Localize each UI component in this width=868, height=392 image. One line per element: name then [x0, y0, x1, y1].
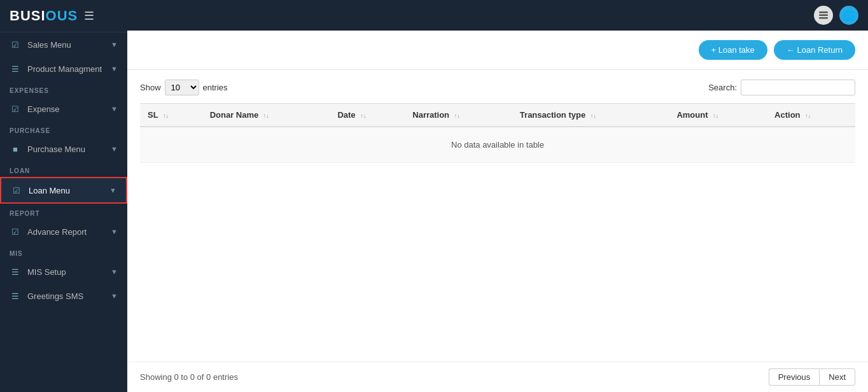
action-bar: + Loan take ← Loan Return: [127, 31, 868, 70]
pagination-info: Showing 0 to 0 of 0 entries: [140, 372, 238, 382]
sidebar-label-purchase-menu: Purchase Menu: [27, 144, 85, 154]
grid-icon: ■: [10, 143, 21, 155]
search-input[interactable]: [741, 80, 855, 95]
col-header-amount[interactable]: Amount ↑↓: [669, 104, 767, 127]
svg-rect-1: [819, 15, 828, 17]
chevron-down-icon: ▼: [111, 228, 118, 235]
col-label-transaction-type: Transaction type: [520, 110, 585, 120]
table-area: Show 10 25 50 100 entries Search: SL: [127, 70, 868, 361]
col-header-transaction-type[interactable]: Transaction type ↑↓: [512, 104, 669, 127]
chevron-down-icon: ▼: [111, 268, 118, 276]
sidebar-label-greetings-sms: Greetings SMS: [27, 291, 83, 301]
sidebar-label-loan-menu: Loan Menu: [29, 186, 70, 195]
col-header-donor-name[interactable]: Donar Name ↑↓: [202, 104, 330, 127]
sidebar-item-advance-report[interactable]: ☑ Advance Report ▼: [0, 220, 127, 244]
col-header-action[interactable]: Action ↑↓: [767, 104, 855, 127]
entries-select[interactable]: 10 25 50 100: [165, 80, 199, 95]
section-label-report: REPORT: [0, 204, 127, 220]
sidebar-item-product-management[interactable]: ☰ Product Managment ▼: [0, 57, 127, 81]
col-header-date[interactable]: Date ↑↓: [330, 104, 405, 127]
chevron-down-icon: ▼: [111, 292, 118, 300]
logo-ous: OUS: [46, 8, 78, 24]
section-label-expenses: EXPENSES: [0, 81, 127, 97]
col-label-sl: SL: [148, 110, 158, 120]
loan-return-button[interactable]: ← Loan Return: [774, 40, 855, 60]
sidebar-item-expense[interactable]: ☑ Expense ▼: [0, 97, 127, 121]
svg-rect-2: [819, 17, 828, 19]
chevron-down-icon: ▼: [111, 41, 118, 48]
pagination-buttons: Previous Next: [769, 368, 855, 386]
table-controls: Show 10 25 50 100 entries Search:: [140, 80, 855, 95]
col-label-amount: Amount: [676, 110, 708, 120]
main-content: 🌐 + Loan take ← Loan Return Show 10 25 5…: [127, 0, 868, 392]
no-data-row: No data available in table: [140, 127, 855, 163]
col-label-date: Date: [337, 110, 355, 120]
checkbox-icon: ☑: [11, 185, 22, 196]
section-label-loan: LOAN: [0, 161, 127, 177]
app-logo: BUSIOUS: [10, 8, 78, 24]
globe-header-icon[interactable]: 🌐: [839, 6, 858, 25]
section-label-mis: MIS: [0, 244, 127, 260]
col-label-narration: Narration: [412, 110, 449, 120]
sidebar-item-mis-setup[interactable]: ☰ MIS Setup ▼: [0, 260, 127, 284]
sidebar-label-advance-report: Advance Report: [27, 227, 87, 237]
checkbox-icon: ☑: [10, 103, 21, 115]
sidebar-label-sales-menu: Sales Menu: [27, 40, 71, 50]
search-label: Search:: [708, 83, 737, 92]
data-table: SL ↑↓ Donar Name ↑↓ Date ↑↓ Narration ↑↓: [140, 103, 855, 163]
layers-icon: ☰: [10, 63, 21, 74]
sort-icon-narration: ↑↓: [454, 113, 460, 119]
no-data-message: No data available in table: [140, 127, 855, 163]
pagination-area: Showing 0 to 0 of 0 entries Previous Nex…: [127, 361, 868, 392]
previous-button[interactable]: Previous: [769, 368, 820, 386]
sidebar-label-expense: Expense: [27, 104, 60, 114]
entries-label: entries: [203, 83, 228, 92]
sort-icon-action: ↑↓: [805, 113, 811, 119]
checkbox-icon: ☑: [10, 39, 21, 50]
section-label-purchase: PURCHASE: [0, 121, 127, 137]
chevron-down-icon: ▼: [111, 65, 118, 73]
hamburger-icon[interactable]: ☰: [84, 9, 94, 23]
sidebar: BUSIOUS ☰ ☑ Sales Menu ▼ ☰ Product Manag…: [0, 0, 127, 392]
col-header-sl[interactable]: SL ↑↓: [140, 104, 202, 127]
svg-rect-0: [819, 11, 828, 13]
search-box: Search:: [708, 80, 855, 95]
table-header-row: SL ↑↓ Donar Name ↑↓ Date ↑↓ Narration ↑↓: [140, 104, 855, 127]
sort-icon-amount: ↑↓: [713, 113, 718, 119]
sort-icon-transaction: ↑↓: [591, 113, 596, 119]
sidebar-label-mis-setup: MIS Setup: [27, 267, 66, 277]
sidebar-item-sales-menu[interactable]: ☑ Sales Menu ▼: [0, 32, 127, 57]
show-label: Show: [140, 83, 161, 92]
next-button[interactable]: Next: [819, 368, 855, 386]
sidebar-logo: BUSIOUS ☰: [0, 0, 127, 32]
chevron-down-icon: ▼: [111, 145, 118, 153]
col-label-action: Action: [774, 110, 800, 120]
logo-busi: BUSI: [10, 8, 46, 24]
sidebar-item-greetings-sms[interactable]: ☰ Greetings SMS ▼: [0, 284, 127, 308]
chevron-down-icon: ▼: [109, 186, 116, 194]
layers-icon: ☰: [10, 290, 21, 302]
sort-icon-donor: ↑↓: [263, 113, 269, 119]
sort-icon-sl: ↑↓: [163, 113, 169, 119]
sort-icon-date: ↑↓: [360, 113, 366, 119]
sidebar-item-purchase-menu[interactable]: ■ Purchase Menu ▼: [0, 137, 127, 161]
chevron-down-icon: ▼: [111, 105, 118, 113]
show-entries-control: Show 10 25 50 100 entries: [140, 80, 228, 95]
sidebar-label-product-management: Product Managment: [27, 64, 102, 74]
layers-header-icon[interactable]: [814, 6, 833, 25]
sidebar-item-loan-menu[interactable]: ☑ Loan Menu ▼: [0, 177, 127, 204]
header-icons: 🌐: [814, 6, 858, 25]
col-label-donor-name: Donar Name: [210, 110, 259, 120]
checkbox-icon: ☑: [10, 226, 21, 237]
layers-icon: ☰: [10, 266, 21, 277]
col-header-narration[interactable]: Narration ↑↓: [405, 104, 512, 127]
loan-take-button[interactable]: + Loan take: [699, 40, 767, 60]
